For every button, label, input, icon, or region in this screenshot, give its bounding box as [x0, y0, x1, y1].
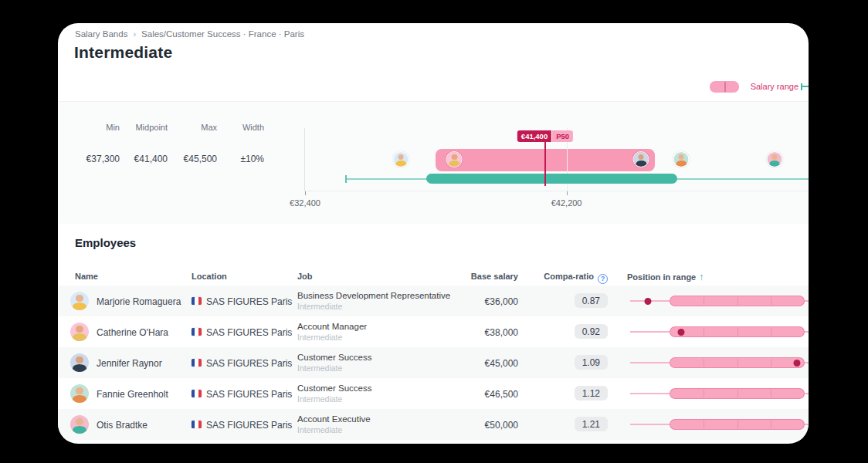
france-flag-icon	[192, 421, 202, 428]
column-header-name[interactable]: Name	[75, 272, 98, 281]
employee-chart-avatar[interactable]	[673, 151, 690, 167]
position-in-range-bar	[630, 409, 809, 440]
stat-value-midpoint: €41,400	[121, 154, 168, 164]
employee-base-salary: €46,500	[485, 389, 518, 400]
employee-row[interactable]: Otis BradtkeSAS FIGURES ParisAccount Exe…	[58, 409, 809, 440]
column-header-base-salary[interactable]: Base salary	[471, 272, 518, 281]
midpoint-badge-percentile: P50	[552, 130, 573, 142]
stat-header-min: Min	[73, 123, 120, 132]
axis-tick-label: €32,400	[290, 198, 320, 208]
salary-band-chart: €41,400 P50 €32,400€42,200	[304, 128, 809, 191]
salary-range-legend-label: Salary range	[751, 82, 798, 91]
salary-range-legend-icon	[710, 81, 739, 93]
employee-row[interactable]: Marjorie RomagueraSAS FIGURES ParisBusin…	[58, 286, 809, 316]
page-title: Intermediate	[74, 43, 172, 62]
employee-base-salary: €50,000	[485, 420, 518, 431]
position-in-range-bar	[630, 316, 809, 347]
employee-location: SAS FIGURES Paris	[206, 389, 292, 400]
employee-compa-ratio-badge: 1.21	[575, 417, 608, 431]
employees-table-header: Name Location Job Base salary Compa-rati…	[58, 272, 809, 286]
france-flag-icon	[192, 390, 202, 397]
employee-compa-ratio-badge: 1.09	[575, 355, 608, 370]
column-header-position-in-range[interactable]: Position in range↑	[627, 272, 704, 282]
employee-level: Intermediate	[297, 394, 342, 404]
avatar	[768, 152, 782, 167]
employee-level: Intermediate	[297, 333, 342, 342]
stat-value-max: €45,500	[171, 154, 217, 164]
breadcrumb-root[interactable]: Salary Bands	[75, 29, 127, 39]
employee-name: Jennifer Raynor	[97, 358, 162, 369]
position-in-range-bar	[630, 347, 809, 378]
position-in-range-bar	[630, 378, 809, 409]
row-salary-band	[670, 419, 805, 430]
employee-level: Intermediate	[297, 363, 342, 373]
axis-tick	[567, 191, 568, 195]
employee-base-salary: €38,000	[485, 327, 518, 338]
employee-name: Fannie Greenholt	[97, 389, 168, 400]
employee-level: Intermediate	[297, 302, 342, 311]
employee-compa-ratio-badge: 1.12	[575, 386, 608, 400]
employee-compa-ratio-badge: 0.87	[575, 293, 608, 308]
france-flag-icon	[192, 297, 202, 305]
employee-row[interactable]: Fannie GreenholtSAS FIGURES ParisCustome…	[58, 378, 809, 409]
avatar	[70, 323, 89, 341]
column-header-location[interactable]: Location	[192, 272, 227, 281]
position-dot	[645, 298, 652, 305]
midpoint-badge-value: €41,400	[517, 130, 551, 142]
france-flag-icon	[192, 328, 202, 336]
row-salary-band	[670, 388, 805, 399]
employee-chart-avatar[interactable]	[767, 151, 783, 167]
row-salary-band	[670, 357, 805, 368]
axis-tick	[305, 191, 306, 195]
employee-compa-ratio-badge: 0.92	[575, 324, 608, 339]
avatar	[70, 353, 89, 372]
employee-location: SAS FIGURES Paris	[206, 296, 292, 307]
employee-job: Customer Success	[297, 384, 372, 393]
compa-ratio-help-icon[interactable]: ?	[598, 274, 608, 284]
band-summary-row[interactable]: Min Midpoint Max Width €37,300 €41,400 €…	[58, 101, 809, 224]
axis-tick-label: €42,200	[551, 198, 582, 208]
stat-value-min: €37,300	[73, 154, 120, 164]
employee-level: Intermediate	[297, 425, 342, 434]
stat-header-width: Width	[218, 123, 264, 132]
avatar	[447, 152, 462, 167]
employee-name: Catherine O'Hara	[97, 327, 168, 338]
breadcrumb: Salary Bands › Sales/Customer Success · …	[75, 29, 304, 39]
market-range-bar[interactable]	[426, 174, 677, 184]
employee-chart-avatar[interactable]	[446, 151, 463, 167]
avatar	[70, 384, 89, 403]
position-dot	[793, 360, 800, 367]
employee-job: Account Manager	[297, 322, 367, 331]
avatar	[634, 152, 649, 167]
stat-value-width: ±10%	[218, 154, 264, 164]
sort-ascending-icon[interactable]: ↑	[699, 272, 704, 282]
employee-job: Business Development Representative	[297, 291, 450, 300]
market-range-legend-icon	[801, 86, 809, 87]
employee-name: Marjorie Romaguera	[97, 296, 181, 307]
employees-table-body: Marjorie RomagueraSAS FIGURES ParisBusin…	[58, 286, 809, 440]
employee-job: Customer Success	[297, 353, 372, 362]
position-in-range-bar	[630, 286, 809, 316]
breadcrumb-separator-icon: ›	[133, 29, 136, 39]
employee-name: Otis Bradtke	[97, 420, 147, 431]
employee-row[interactable]: Jennifer RaynorSAS FIGURES ParisCustomer…	[58, 347, 809, 378]
employee-location: SAS FIGURES Paris	[206, 358, 292, 369]
france-flag-icon	[192, 359, 202, 367]
market-range-whisker-cap	[345, 175, 347, 183]
employee-location: SAS FIGURES Paris	[206, 327, 292, 338]
employee-row[interactable]: Catherine O'HaraSAS FIGURES ParisAccount…	[58, 316, 809, 347]
employee-chart-avatar[interactable]	[393, 151, 409, 167]
employees-section-title: Employees	[75, 236, 136, 249]
avatar	[674, 152, 689, 167]
midpoint-badge: €41,400 P50	[517, 130, 573, 142]
employee-location: SAS FIGURES Paris	[206, 420, 292, 431]
breadcrumb-path[interactable]: Sales/Customer Success · France · Paris	[141, 29, 304, 39]
employee-chart-avatar[interactable]	[633, 151, 649, 167]
avatar	[70, 415, 89, 434]
employee-job: Account Executive	[297, 414, 371, 424]
row-salary-band	[670, 296, 805, 306]
row-salary-band	[670, 326, 805, 337]
column-header-job[interactable]: Job	[297, 272, 313, 281]
column-header-compa-ratio[interactable]: Compa-ratio?	[544, 272, 608, 284]
employee-base-salary: €45,000	[485, 358, 518, 369]
